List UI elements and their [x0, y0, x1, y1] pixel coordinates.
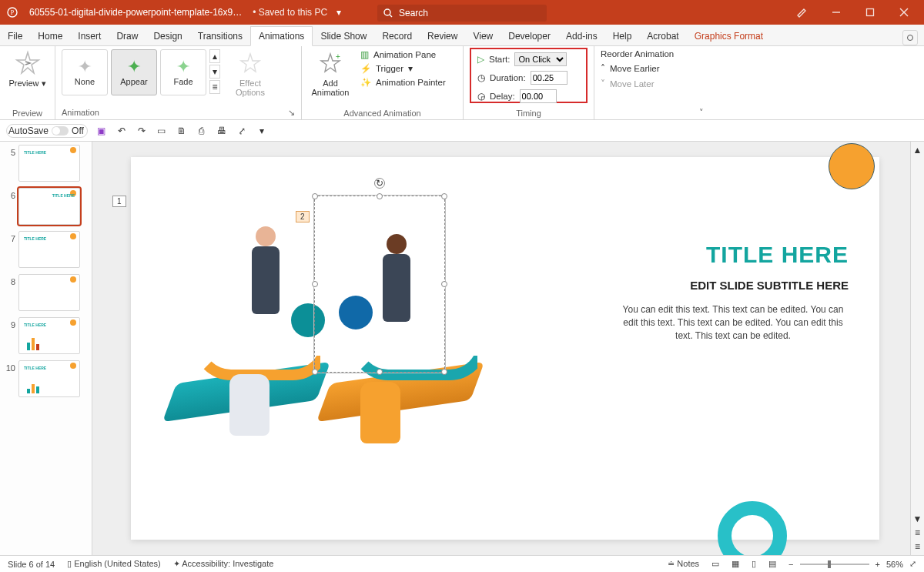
save-icon[interactable]: ▣	[95, 125, 108, 137]
workspace: 5TITLE HERE *6TITLE HERE 7TITLE HERE 8 9…	[0, 142, 924, 555]
anim-fade[interactable]: ✦Fade	[160, 49, 206, 95]
tab-file[interactable]: File	[0, 27, 30, 45]
start-select[interactable]: On Click	[514, 52, 567, 66]
tab-animations[interactable]: Animations	[250, 26, 313, 46]
tab-draw[interactable]: Draw	[109, 27, 146, 45]
zoom-value[interactable]: 56%	[886, 560, 903, 569]
anim-tag-2[interactable]: 2	[296, 211, 310, 222]
svg-line-3	[390, 15, 392, 17]
ink-button[interactable]	[788, 0, 816, 25]
thumb-7[interactable]: 7TITLE HERE	[5, 231, 92, 268]
dialog-launcher-icon[interactable]: ↘	[288, 108, 295, 118]
search-placeholder: Search	[399, 8, 428, 18]
print-icon[interactable]: 🖶	[216, 125, 228, 137]
tab-insert[interactable]: Insert	[70, 27, 109, 45]
thumb-8[interactable]: 8	[5, 274, 92, 311]
trigger-button[interactable]: ⚡Trigger ▾	[360, 63, 446, 74]
animation-gallery[interactable]: ✦None ✦Appear ✦Fade ▴ ▾ ≡	[62, 49, 220, 95]
slide-counter[interactable]: Slide 6 of 14	[8, 560, 55, 569]
animation-painter-button[interactable]: ✨Animation Painter	[360, 77, 446, 88]
timing-delay[interactable]: ◶ Delay:	[477, 89, 567, 103]
chevron-icon	[906, 34, 914, 42]
new-doc-icon[interactable]: 🗎	[176, 125, 188, 137]
scroll-down-icon[interactable]: ▼	[913, 513, 922, 524]
tab-view[interactable]: View	[465, 27, 500, 45]
animation-pane-button[interactable]: ▥Animation Pane	[360, 49, 446, 60]
minimize-button[interactable]	[822, 0, 850, 25]
timing-start[interactable]: ▷ Start: On Click	[477, 52, 567, 66]
deco-ring	[718, 501, 787, 555]
autosave-toggle[interactable]: AutoSave Off	[6, 124, 88, 138]
clock-icon: ◷	[477, 72, 485, 83]
tab-acrobat[interactable]: Acrobat	[639, 27, 686, 45]
svg-point-2	[384, 9, 390, 15]
sorter-view-icon[interactable]: ▦	[732, 559, 739, 569]
save-dropdown-icon[interactable]: ▾	[336, 7, 341, 18]
thumb-10[interactable]: 10TITLE HERE	[5, 360, 92, 397]
tab-developer[interactable]: Developer	[500, 27, 558, 45]
slideshow-view-icon[interactable]: ▤	[768, 559, 776, 569]
fit-icon[interactable]: ⤢	[909, 559, 916, 569]
vertical-scrollbar[interactable]: ▲ ▼ ≡ ≡	[910, 142, 924, 555]
collapse-ribbon-button[interactable]	[902, 30, 918, 45]
duration-input[interactable]	[531, 71, 567, 85]
tab-transitions[interactable]: Transitions	[190, 27, 250, 45]
reorder-title: Reorder Animation	[601, 49, 674, 59]
close-button[interactable]	[890, 0, 918, 25]
zoom-out-icon[interactable]: −	[788, 560, 793, 569]
collapse-timing-icon[interactable]: ˅	[699, 108, 704, 117]
export-icon[interactable]: ⎙	[196, 125, 208, 137]
scroll-up-icon[interactable]: ▲	[913, 145, 922, 156]
redo-icon[interactable]: ↷	[136, 125, 148, 137]
folder-icon[interactable]: ▭	[156, 125, 168, 137]
deco-circle	[829, 143, 875, 189]
toggle-icon	[52, 126, 69, 135]
tab-graphics-format[interactable]: Graphics Format	[687, 27, 771, 45]
anim-none[interactable]: ✦None	[62, 49, 108, 95]
accessibility-indicator[interactable]: ✦ Accessibility: Investigate	[173, 559, 274, 569]
rotate-handle-icon[interactable]: ↻	[374, 178, 385, 189]
slide-subtitle: EDIT SLIDE SUBTITLE HERE	[690, 279, 849, 292]
undo-icon[interactable]: ↶	[116, 125, 128, 137]
prev-slide-icon[interactable]: ≡	[915, 527, 920, 538]
save-state[interactable]: • Saved to this PC	[253, 7, 327, 18]
tab-help[interactable]: Help	[605, 27, 640, 45]
lang-indicator[interactable]: ▯ English (United States)	[67, 559, 161, 569]
delay-input[interactable]	[520, 89, 557, 103]
tab-addins[interactable]: Add-ins	[558, 27, 605, 45]
titlebar: P 60555-01-digital-divide-powerpoint-tem…	[0, 0, 924, 25]
thumb-9[interactable]: 9TITLE HERE	[5, 317, 92, 354]
timing-duration[interactable]: ◷ Duration:	[477, 71, 567, 85]
doc-title: 60555-01-digital-divide-powerpoint-templ…	[29, 7, 242, 18]
anim-appear[interactable]: ✦Appear	[111, 49, 157, 95]
tab-slideshow[interactable]: Slide Show	[313, 27, 374, 45]
slide-thumbnails[interactable]: 5TITLE HERE *6TITLE HERE 7TITLE HERE 8 9…	[0, 142, 92, 555]
add-animation-button[interactable]: + Add Animation	[308, 49, 353, 97]
play-icon: ▷	[477, 54, 484, 65]
tab-review[interactable]: Review	[420, 27, 465, 45]
tab-record[interactable]: Record	[374, 27, 420, 45]
more-icon[interactable]: ▾	[256, 125, 268, 137]
reading-view-icon[interactable]: ▯	[752, 559, 756, 569]
move-earlier-button[interactable]: ˄Move Earlier	[601, 63, 674, 74]
next-slide-icon[interactable]: ≡	[915, 541, 920, 552]
normal-view-icon[interactable]: ▭	[711, 559, 719, 569]
up-icon: ˄	[601, 63, 605, 74]
tab-home[interactable]: Home	[30, 27, 70, 45]
zoom-control[interactable]: − + 56% ⤢	[788, 559, 916, 569]
preview-button[interactable]: Preview ▾	[6, 49, 49, 88]
thumb-5[interactable]: 5TITLE HERE	[5, 145, 92, 182]
anim-tag-1[interactable]: 1	[112, 196, 126, 207]
share-icon[interactable]: ⤤	[236, 125, 248, 137]
slide-canvas[interactable]: 1 TITLE HERE EDIT SLIDE SUBTITLE HERE Yo…	[92, 142, 910, 555]
zoom-slider[interactable]	[800, 564, 869, 565]
search-box[interactable]: Search	[377, 5, 547, 22]
thumb-6[interactable]: *6TITLE HERE	[5, 188, 92, 225]
selection-box[interactable]: ↻	[314, 196, 445, 373]
notes-button[interactable]: ≐ Notes	[668, 559, 699, 569]
maximize-button[interactable]	[856, 0, 884, 25]
gallery-scroll[interactable]: ▴ ▾ ≡	[209, 49, 220, 95]
zoom-in-icon[interactable]: +	[875, 560, 880, 569]
status-bar: Slide 6 of 14 ▯ English (United States) …	[0, 555, 924, 572]
tab-design[interactable]: Design	[146, 27, 189, 45]
